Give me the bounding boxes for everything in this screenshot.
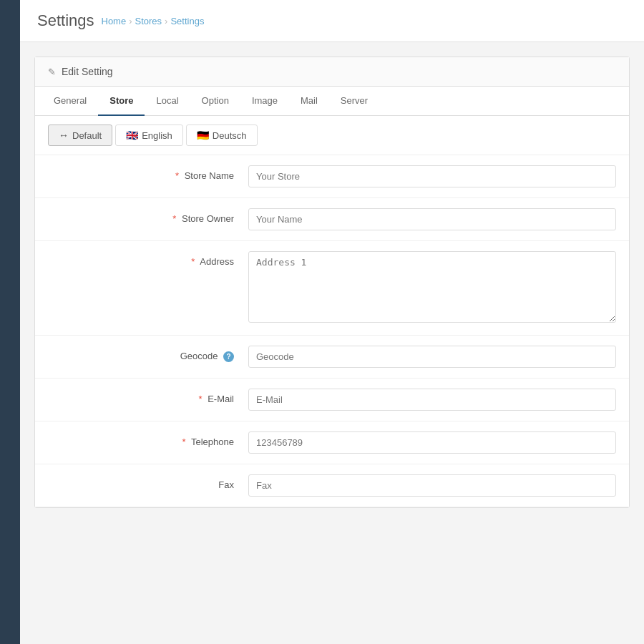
page-header: Settings Home › Stores › Settings bbox=[20, 0, 644, 42]
breadcrumb-stores[interactable]: Stores bbox=[135, 16, 162, 26]
required-star-address: * bbox=[191, 256, 195, 267]
breadcrumb: Home › Stores › Settings bbox=[102, 16, 205, 26]
label-store-owner: * Store Owner bbox=[48, 208, 248, 224]
lang-tab-default[interactable]: ↔ Default bbox=[48, 125, 112, 146]
deutsch-flag-icon: 🇩🇪 bbox=[197, 130, 209, 141]
tab-image[interactable]: Image bbox=[240, 87, 289, 116]
form-body: * Store Name * Store Owner bbox=[35, 155, 629, 507]
card-header-label: Edit Setting bbox=[62, 66, 113, 77]
tab-general[interactable]: General bbox=[42, 87, 98, 116]
settings-card: ✎ Edit Setting General Store Local Optio… bbox=[34, 57, 630, 508]
label-address: * Address bbox=[48, 251, 248, 267]
input-wrap-fax bbox=[248, 474, 616, 497]
input-wrap-telephone bbox=[248, 431, 616, 454]
sidebar bbox=[0, 0, 20, 644]
tab-server[interactable]: Server bbox=[329, 87, 379, 116]
geocode-input[interactable] bbox=[248, 346, 616, 368]
required-star-store-owner: * bbox=[172, 213, 176, 224]
breadcrumb-sep-2: › bbox=[165, 16, 167, 26]
lang-tab-english[interactable]: 🇬🇧 English bbox=[115, 125, 183, 146]
tab-local[interactable]: Local bbox=[145, 87, 190, 116]
fax-input[interactable] bbox=[248, 474, 616, 497]
form-row-store-name: * Store Name bbox=[35, 155, 629, 198]
required-star-store-name: * bbox=[175, 170, 179, 181]
breadcrumb-home[interactable]: Home bbox=[102, 16, 127, 26]
input-wrap-email bbox=[248, 389, 616, 411]
label-email: * E-Mail bbox=[48, 389, 248, 404]
pencil-icon: ✎ bbox=[48, 67, 56, 77]
required-star-email: * bbox=[198, 394, 202, 404]
lang-tabs: ↔ Default 🇬🇧 English 🇩🇪 Deutsch bbox=[35, 116, 629, 155]
lang-tab-english-label: English bbox=[142, 130, 172, 141]
store-name-input[interactable] bbox=[248, 165, 616, 187]
breadcrumb-current[interactable]: Settings bbox=[170, 16, 204, 26]
input-wrap-store-name bbox=[248, 165, 616, 187]
tabs-nav: General Store Local Option Image Mail Se… bbox=[35, 87, 629, 116]
input-wrap-geocode bbox=[248, 346, 616, 368]
tab-option[interactable]: Option bbox=[190, 87, 240, 116]
form-row-geocode: Geocode ? bbox=[35, 336, 629, 379]
form-row-fax: Fax bbox=[35, 464, 629, 507]
lang-tab-deutsch[interactable]: 🇩🇪 Deutsch bbox=[186, 125, 258, 146]
label-geocode: Geocode ? bbox=[48, 346, 248, 362]
input-wrap-address bbox=[248, 251, 616, 325]
breadcrumb-sep-1: › bbox=[129, 16, 132, 26]
form-row-address: * Address bbox=[35, 241, 629, 336]
form-row-store-owner: * Store Owner bbox=[35, 198, 629, 241]
english-flag-icon: 🇬🇧 bbox=[126, 130, 138, 141]
address-textarea[interactable] bbox=[248, 251, 616, 323]
required-star-telephone: * bbox=[182, 436, 186, 447]
card-header: ✎ Edit Setting bbox=[35, 57, 629, 87]
content-area: ✎ Edit Setting General Store Local Optio… bbox=[20, 42, 644, 522]
form-row-email: * E-Mail bbox=[35, 379, 629, 421]
input-wrap-store-owner bbox=[248, 208, 616, 230]
tab-store[interactable]: Store bbox=[98, 87, 145, 116]
geocode-info-icon[interactable]: ? bbox=[223, 351, 234, 362]
label-store-name: * Store Name bbox=[48, 165, 248, 181]
lang-tab-deutsch-label: Deutsch bbox=[213, 130, 247, 141]
email-input[interactable] bbox=[248, 389, 616, 411]
telephone-input[interactable] bbox=[248, 431, 616, 454]
default-flag-icon: ↔ bbox=[59, 130, 69, 141]
lang-tab-default-label: Default bbox=[72, 130, 102, 141]
form-row-telephone: * Telephone bbox=[35, 421, 629, 464]
label-telephone: * Telephone bbox=[48, 431, 248, 447]
label-fax: Fax bbox=[48, 474, 248, 490]
store-owner-input[interactable] bbox=[248, 208, 616, 230]
tab-mail[interactable]: Mail bbox=[289, 87, 329, 116]
page-title: Settings bbox=[37, 11, 94, 30]
main-content: Settings Home › Stores › Settings ✎ Edit… bbox=[20, 0, 644, 644]
